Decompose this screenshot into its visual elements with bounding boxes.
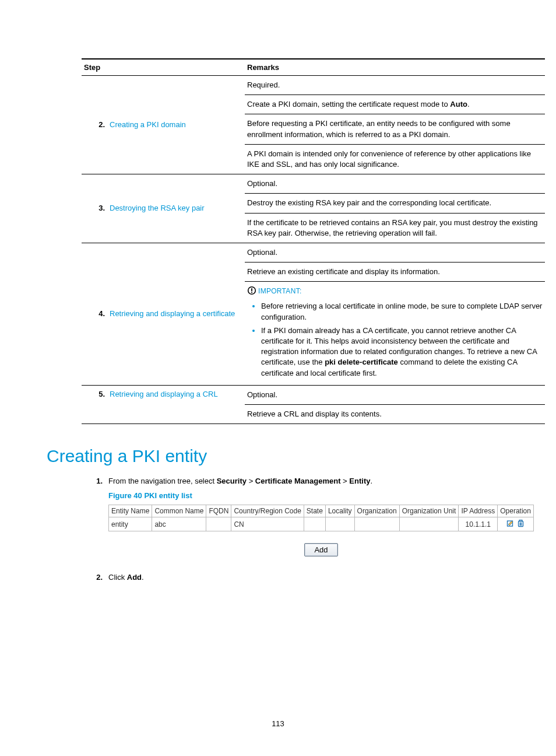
link-creating-pki-domain[interactable]: Creating a PKI domain — [110, 120, 186, 129]
table-row: 2. Creating a PKI domain Required. Creat… — [82, 76, 545, 174]
entity-col: Operation — [498, 505, 534, 517]
entity-col: IP Address — [459, 505, 498, 517]
table-row: 5. Retrieving and displaying a CRL Optio… — [82, 385, 545, 424]
entity-col: Organization Unit — [399, 505, 459, 517]
link-destroying-rsa[interactable]: Destroying the RSA key pair — [110, 204, 205, 212]
col-remarks: Remarks — [245, 59, 545, 76]
procedure-step: 1. From the navigation tree, select Secu… — [82, 477, 509, 485]
entity-col: Common Name — [152, 505, 206, 517]
page-number: 113 — [0, 719, 556, 728]
steps-table: Step Remarks 2. Creating a PKI domain Re… — [82, 58, 545, 424]
link-retrieving-cert[interactable]: Retrieving and displaying a certificate — [110, 309, 235, 318]
edit-icon[interactable] — [506, 519, 515, 529]
figure-title: Figure 40 PKI entity list — [108, 491, 509, 500]
procedure-step: 2. Click Add. — [82, 573, 509, 582]
entity-col: State — [304, 505, 325, 517]
important-label: IMPORTANT: — [258, 287, 302, 295]
svg-rect-8 — [519, 520, 522, 522]
col-step: Step — [82, 59, 245, 76]
important-icon — [247, 286, 256, 298]
svg-rect-1 — [251, 288, 252, 291]
table-row: 4. Retrieving and displaying a certifica… — [82, 243, 545, 385]
entity-col: Entity Name — [109, 505, 152, 517]
entity-col: Locality — [325, 505, 354, 517]
svg-rect-2 — [251, 292, 252, 293]
entity-col: Country/Region Code — [231, 505, 304, 517]
entity-table: Entity Name Common Name FQDN Country/Reg… — [108, 505, 534, 531]
section-heading: Creating a PKI entity — [47, 446, 509, 466]
important-bullet: Before retrieving a local certificate in… — [261, 300, 543, 322]
link-retrieving-crl[interactable]: Retrieving and displaying a CRL — [110, 390, 218, 398]
entity-col: Organization — [354, 505, 399, 517]
entity-row: entity abc CN 10.1.1.1 — [109, 517, 534, 531]
delete-icon[interactable] — [517, 519, 525, 529]
important-bullet: If a PKI domain already has a CA certifi… — [261, 325, 543, 379]
add-button[interactable]: Add — [304, 543, 337, 556]
table-row: 3. Destroying the RSA key pair Optional.… — [82, 174, 545, 243]
entity-col: FQDN — [206, 505, 231, 517]
